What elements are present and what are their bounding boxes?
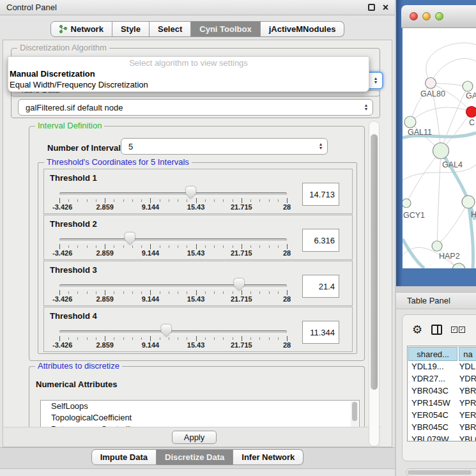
cell-shared-name[interactable]: YBR045C [408,422,459,434]
settings-scrollbar[interactable] [369,121,380,447]
cell-shared-name[interactable]: YER054C [408,410,459,422]
network-node[interactable] [426,78,436,89]
close-light-icon[interactable] [410,12,418,20]
network-node[interactable] [432,241,442,251]
attribute-item-topologicalcoefficient[interactable]: TopologicalCoefficient [41,412,359,424]
tab-select[interactable]: Select [150,21,191,37]
slider-tick-labels: -3.4262.8599.14415.4321.71528 [59,203,287,211]
slider-ticks [59,290,287,295]
checkbox-icon[interactable]: ✓ [459,326,465,333]
control-panel-titlebar[interactable]: Control Panel × [0,0,395,15]
tab-infer-network[interactable]: Infer Network [233,449,303,465]
cell-shared-name[interactable]: YBR043C [408,386,459,398]
tab-network[interactable]: Network [50,21,112,37]
column-header[interactable]: shared... [408,347,457,361]
tab-label: Impute Data [100,452,148,462]
cell-name[interactable]: YPR1 [459,398,476,410]
network-node-selected[interactable] [466,107,476,118]
network-node[interactable] [404,116,416,128]
discretization-algorithm-group-title: Discretization Algorithm [17,43,109,52]
slider-track[interactable] [59,238,287,242]
table-panel-titlebar[interactable]: Table Panel [396,292,476,309]
cell-name[interactable]: YER0 [459,410,476,422]
network-node[interactable] [463,81,473,91]
threshold-value-field[interactable]: 14.713 [302,183,339,206]
network-window-titlebar[interactable] [401,5,476,28]
slider-handle[interactable] [186,187,196,199]
slider-handle[interactable] [234,279,244,291]
network-canvas[interactable]: GAL80 GA C GAL11 GAL4 GCY1 H HAP2 [403,28,476,268]
minimize-light-icon[interactable] [422,12,431,20]
cell-name[interactable]: YDL1 [459,362,476,374]
number-of-intervals-value: 5 [128,142,319,151]
scrollbar-thumb[interactable] [371,134,378,390]
tab-style[interactable]: Style [112,21,150,37]
cell-shared-name[interactable]: YDL19... [408,362,459,374]
slider-track[interactable] [59,284,287,288]
network-node[interactable] [403,199,411,208]
threshold-value-field[interactable]: 11.344 [302,321,339,344]
slider-track[interactable] [59,330,287,334]
tab-impute-data[interactable]: Impute Data [91,449,157,465]
network-node[interactable] [433,143,449,159]
svg-text:GCY1: GCY1 [403,211,425,220]
table-row[interactable]: YDL19...YDL1 [408,362,476,374]
threshold-label: Threshold 3 [50,265,97,275]
number-of-intervals-select[interactable]: 5 ▴▾ [121,138,328,155]
tab-label: Network [71,24,104,34]
network-node[interactable] [452,263,465,268]
cell-name[interactable]: YDR2 [459,374,476,386]
columns-icon[interactable] [431,325,442,335]
hscrollbar-thumb[interactable] [408,470,472,475]
threshold-value-field[interactable]: 6.316 [302,229,339,252]
table-row[interactable]: YBR043CYBR0 [408,386,476,398]
slider-handle[interactable] [161,325,171,337]
network-view-window[interactable]: GAL80 GA C GAL11 GAL4 GCY1 H HAP2 [396,0,476,286]
cell-name[interactable]: YBR0 [459,386,476,398]
threshold-value-field[interactable]: 21.4 [302,275,339,298]
tab-discretize-data[interactable]: Discretize Data [157,449,233,465]
table-row[interactable]: YBR045CYBR0 [408,422,476,434]
cyni-toolbox-panel: Discretization Algorithm ▴▾ Table Data g… [3,40,392,447]
slider-track[interactable] [59,192,287,196]
popup-option-equal-width-frequency-discretization[interactable]: Equal Width/Frequency Discretization [8,80,369,91]
tab-cyni-toolbox[interactable]: Cyni Toolbox [191,21,260,37]
table-row[interactable]: YPR145WYPR1 [408,398,476,410]
table-data-select[interactable]: galFiltered.sif default node ▴▾ [18,99,373,116]
cell-shared-name[interactable]: YDR27... [408,374,459,386]
cell-shared-name[interactable]: YPR145W [408,398,459,410]
tick-label: 15.43 [187,249,205,257]
popup-option-manual-discretization[interactable]: Manual Discretization [8,69,369,80]
slider-handle[interactable] [125,233,135,245]
apply-button[interactable]: Apply [172,431,217,444]
node-table[interactable]: shared... na YDL19...YDL1YDR27...YDR2YBR… [407,346,476,441]
tick-label: 21.715 [231,341,252,349]
threshold-list: Threshold 1-3.4262.8599.14415.4321.71528… [38,169,358,353]
popup-placeholder-option[interactable]: Select algorithm to view settings [8,58,369,69]
attribute-item-selfloops[interactable]: SelfLoops [41,401,359,412]
close-icon[interactable]: × [383,4,388,11]
network-node[interactable] [462,196,475,208]
cell-shared-name[interactable]: YBL079W [408,434,459,441]
threshold-label: Threshold 2 [50,219,97,229]
threshold-panel-1: Threshold 1-3.4262.8599.14415.4321.71528… [43,169,353,214]
tick-label: 28 [283,295,291,303]
attributes-group: Attributes to discretize Numerical Attri… [29,366,365,427]
table-row[interactable]: YER054CYER0 [408,410,476,422]
svg-text:C: C [469,118,475,127]
interval-definition-group-title: Interval Definition [35,121,104,130]
table-row[interactable]: YDR27...YDR2 [408,374,476,386]
tab-jactivemnodules[interactable]: jActiveMNodules [261,21,345,37]
checkbox-icon[interactable]: ✓ [451,326,457,333]
cell-name[interactable]: YBR0 [459,422,476,434]
column-header[interactable]: na [459,347,476,361]
slider-ticks [59,198,287,203]
tick-label: 28 [283,249,291,257]
gear-icon[interactable]: ⚙ [412,324,422,335]
table-row[interactable]: YBL079WYBL0 [408,434,476,441]
zoom-light-icon[interactable] [435,12,443,20]
float-icon[interactable] [368,4,375,11]
tick-label: -3.426 [52,295,72,303]
cell-name[interactable]: YBL0 [459,434,476,441]
table-hscrollbar[interactable] [406,468,476,476]
